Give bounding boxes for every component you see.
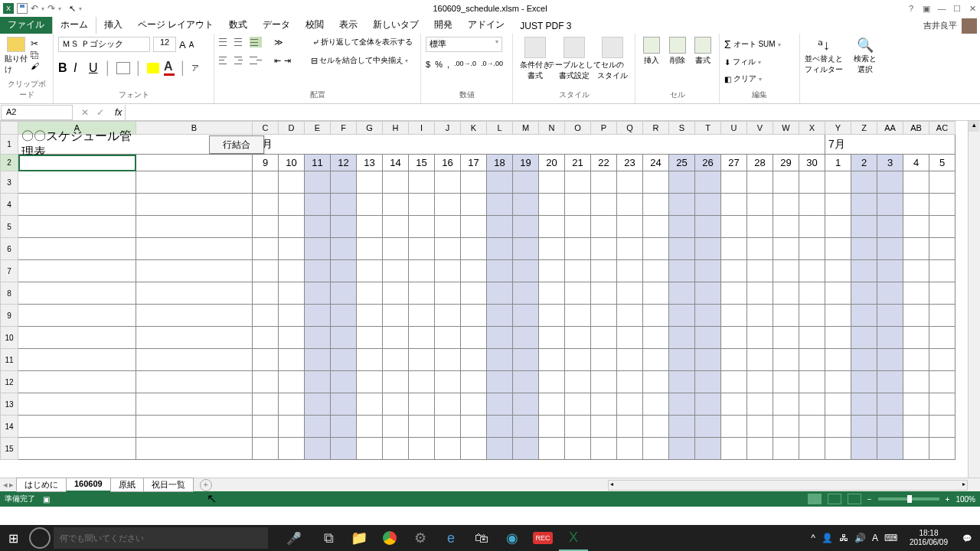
cell[interactable] — [747, 393, 773, 416]
tab-review[interactable]: 校閲 — [298, 16, 332, 34]
format-cells-button[interactable]: 書式 — [691, 37, 714, 66]
number-format-select[interactable]: 標準 ▾ — [426, 37, 502, 52]
cell[interactable] — [721, 260, 747, 282]
cell[interactable] — [305, 238, 331, 260]
mic-icon[interactable]: 🎤 — [286, 531, 302, 546]
cell[interactable] — [825, 216, 851, 238]
cell[interactable] — [929, 416, 956, 438]
tab-just-pdf[interactable]: JUST PDF 3 — [512, 18, 579, 34]
cell[interactable] — [435, 416, 461, 438]
minimize-icon[interactable]: — — [934, 1, 949, 16]
cell[interactable] — [695, 238, 721, 260]
column-header[interactable]: C — [253, 121, 279, 135]
cell[interactable] — [136, 305, 253, 327]
cell[interactable] — [136, 171, 253, 194]
cell[interactable] — [461, 416, 487, 438]
find-select-button[interactable]: 🔍 検索と 選択 — [852, 37, 877, 75]
cell-day[interactable]: 5 — [929, 155, 956, 171]
tab-new[interactable]: 新しいタブ — [365, 16, 426, 34]
cell[interactable] — [487, 171, 513, 194]
cell[interactable] — [513, 305, 539, 327]
cell[interactable] — [136, 349, 253, 371]
cell-day[interactable]: 4 — [903, 155, 929, 171]
cell[interactable] — [773, 371, 799, 393]
cell[interactable] — [799, 349, 825, 371]
avatar[interactable] — [962, 18, 977, 34]
cell[interactable] — [903, 305, 929, 327]
select-all-corner[interactable] — [0, 121, 18, 135]
cell[interactable] — [929, 305, 956, 327]
cell[interactable] — [825, 393, 851, 416]
cell[interactable] — [669, 371, 695, 393]
cell[interactable] — [643, 216, 669, 238]
cell-day[interactable]: 16 — [435, 155, 461, 171]
cell[interactable] — [721, 438, 747, 460]
cell[interactable] — [695, 171, 721, 194]
cell[interactable] — [617, 282, 643, 305]
cell[interactable] — [539, 305, 565, 327]
ribbon-display-icon[interactable]: ▣ — [919, 1, 934, 16]
cell[interactable] — [617, 438, 643, 460]
cell[interactable] — [409, 238, 435, 260]
sheet-tab[interactable]: 160609 — [66, 478, 111, 492]
column-header[interactable]: AC — [929, 121, 956, 135]
cell[interactable] — [357, 194, 383, 216]
column-header[interactable]: G — [357, 121, 383, 135]
help-icon[interactable]: ? — [903, 1, 919, 16]
cell[interactable] — [669, 438, 695, 460]
cell[interactable] — [383, 238, 409, 260]
column-header[interactable]: Q — [617, 121, 643, 135]
cell[interactable] — [357, 393, 383, 416]
system-clock[interactable]: 18:18 2016/06/09 — [903, 529, 954, 547]
cell[interactable] — [435, 282, 461, 305]
font-name-select[interactable]: ＭＳ Ｐゴシック — [58, 37, 150, 52]
cell-day[interactable]: 10 — [279, 155, 305, 171]
cell[interactable] — [617, 327, 643, 349]
cell-day[interactable]: 9 — [253, 155, 279, 171]
cell[interactable] — [747, 416, 773, 438]
row-header[interactable]: 4 — [0, 194, 18, 216]
cell[interactable] — [461, 282, 487, 305]
cell[interactable] — [409, 260, 435, 282]
cut-icon[interactable]: ✂ — [31, 38, 39, 49]
cell[interactable] — [305, 349, 331, 371]
cell[interactable] — [279, 349, 305, 371]
cell[interactable] — [617, 416, 643, 438]
wrap-text-button[interactable]: ⤶ 折り返して全体を表示する — [312, 37, 413, 47]
cell[interactable] — [773, 438, 799, 460]
cell[interactable] — [669, 349, 695, 371]
cell[interactable] — [539, 327, 565, 349]
cortana-icon[interactable] — [29, 527, 51, 549]
cell[interactable] — [305, 171, 331, 194]
cell[interactable] — [565, 416, 591, 438]
cell[interactable] — [825, 260, 851, 282]
scroll-up-icon[interactable]: ▴ — [969, 121, 979, 132]
column-header[interactable]: B — [136, 121, 253, 135]
cell[interactable] — [747, 438, 773, 460]
cell[interactable] — [825, 282, 851, 305]
cell[interactable] — [305, 260, 331, 282]
cell[interactable] — [799, 260, 825, 282]
cell[interactable] — [331, 216, 357, 238]
cell[interactable] — [669, 216, 695, 238]
cell-day[interactable]: 20 — [539, 155, 565, 171]
cell[interactable] — [565, 194, 591, 216]
cell[interactable] — [18, 416, 136, 438]
percent-icon[interactable]: % — [435, 60, 443, 69]
cell[interactable] — [435, 216, 461, 238]
merge-center-button[interactable]: ⊟ セルを結合して中央揃え ▾ — [311, 55, 408, 66]
format-as-table-button[interactable]: テーブルとして 書式設定 — [556, 37, 593, 81]
cell-day[interactable]: 3 — [877, 155, 903, 171]
cell[interactable] — [383, 305, 409, 327]
row-header[interactable]: 10 — [0, 327, 18, 349]
cell[interactable] — [305, 438, 331, 460]
cell[interactable] — [18, 282, 136, 305]
cell[interactable] — [773, 416, 799, 438]
delete-cells-button[interactable]: 削除 — [666, 37, 689, 66]
cell[interactable] — [773, 194, 799, 216]
cell[interactable] — [435, 171, 461, 194]
cell[interactable] — [591, 171, 617, 194]
cell[interactable] — [929, 216, 956, 238]
cell[interactable] — [929, 238, 956, 260]
sheet-nav[interactable]: ◂▸ — [0, 480, 17, 490]
